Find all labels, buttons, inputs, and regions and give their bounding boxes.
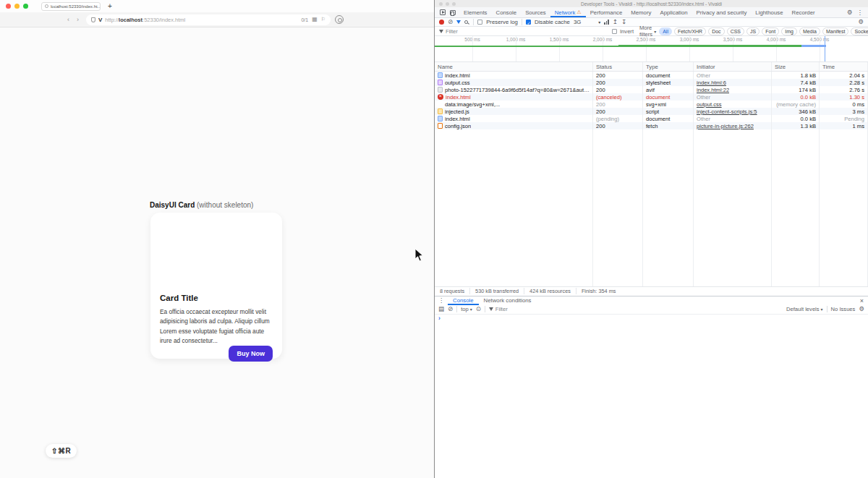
console-levels-dropdown[interactable]: Default levels▾ [786, 306, 823, 312]
new-tab-button[interactable]: + [108, 3, 112, 10]
request-name-cell[interactable]: index.html [435, 93, 593, 101]
url-text[interactable]: http://localhost:52330/index.html [105, 17, 298, 23]
filter-pill-fetchxhr[interactable]: Fetch/XHR [674, 27, 706, 35]
type-cell[interactable]: script [643, 108, 694, 115]
initiator-cell[interactable]: Other [694, 72, 772, 79]
size-cell[interactable]: 1.8 kB [772, 72, 820, 79]
export-har-icon[interactable]: ↧ [621, 19, 626, 25]
time-cell[interactable]: 2.76 s [820, 86, 868, 93]
clear-network-log-icon[interactable]: ⊘ [448, 19, 453, 25]
status-cell[interactable]: 200 [593, 79, 643, 86]
filter-pill-socket[interactable]: Socket [851, 27, 868, 35]
page-actions-icon[interactable] [335, 15, 344, 24]
zoom-window-button[interactable] [23, 4, 28, 9]
forward-button[interactable]: › [77, 16, 79, 23]
network-filter-input[interactable]: Filter [439, 28, 609, 35]
time-cell[interactable]: Pending [820, 115, 868, 122]
status-cell[interactable]: (canceled) [593, 93, 643, 101]
table-row[interactable]: index.html(pending)documentOther0.0 kBPe… [435, 115, 868, 122]
initiator-cell[interactable]: output.css [694, 101, 772, 108]
initiator-cell[interactable]: index.html:22 [694, 86, 772, 93]
network-conditions-icon[interactable] [604, 20, 609, 25]
initiator-cell[interactable]: picture-in-picture.js:262 [694, 122, 772, 129]
close-window-button[interactable] [6, 4, 11, 9]
device-toolbar-icon[interactable] [450, 10, 456, 15]
window-controls[interactable] [6, 4, 28, 9]
tab-network[interactable]: Network⚠ [550, 7, 586, 17]
filter-pill-all[interactable]: All [659, 27, 672, 35]
column-header-size[interactable]: Size [772, 62, 820, 71]
throttling-dropdown[interactable]: 3G▾ [574, 19, 600, 25]
tab-console[interactable]: Console [492, 7, 522, 17]
initiator-cell[interactable]: Other [694, 115, 772, 122]
console-sidebar-icon[interactable]: ▤ [438, 306, 444, 312]
size-cell[interactable]: 0.0 kB [772, 115, 820, 122]
size-cell[interactable]: 7.4 kB [772, 79, 820, 86]
console-output-area[interactable] [435, 322, 868, 478]
request-name-cell[interactable]: injected.js [435, 108, 593, 115]
tab-sources[interactable]: Sources [521, 7, 550, 17]
type-cell[interactable]: document [643, 93, 694, 101]
status-cell[interactable]: 200 [593, 122, 643, 129]
table-row[interactable]: output.css200stylesheetindex.html:67.4 k… [435, 79, 868, 86]
invert-filter-checkbox[interactable] [612, 29, 617, 34]
record-network-log-icon[interactable] [439, 20, 444, 25]
type-cell[interactable]: document [643, 115, 694, 122]
status-cell[interactable]: 200 [593, 72, 643, 79]
issues-counter[interactable]: No Issues [831, 306, 856, 312]
url-field[interactable]: V http://localhost:52330/index.html 0/1 … [86, 14, 331, 25]
tab-application[interactable]: Application [655, 7, 692, 17]
console-settings-icon[interactable]: ⚙ [859, 306, 864, 312]
initiator-link[interactable]: index.html:6 [697, 80, 726, 86]
disable-cache-checkbox[interactable] [526, 20, 531, 25]
request-name-cell[interactable]: photo-1522771739844-6a9f6d5f14af?q=80&w=… [435, 86, 593, 93]
devtools-menu-icon[interactable]: ⋮ [857, 9, 864, 16]
filter-pill-css[interactable]: CSS [727, 27, 744, 35]
request-name-cell[interactable]: index.html [435, 115, 593, 122]
time-cell[interactable]: 2.04 s [820, 72, 868, 79]
type-cell[interactable]: fetch [643, 122, 694, 129]
disable-cache-label[interactable]: Disable cache [535, 19, 570, 25]
tab-recorder[interactable]: Recorder [788, 7, 820, 17]
network-overview-timeline[interactable]: 500 ms1,000 ms1,500 ms2,000 ms2,500 ms3,… [435, 36, 868, 62]
status-cell[interactable]: 200 [593, 101, 643, 108]
drawer-menu-icon[interactable]: ⋮ [435, 297, 448, 304]
initiator-link[interactable]: picture-in-picture.js:262 [697, 123, 754, 129]
shield-icon[interactable] [91, 17, 95, 22]
size-cell[interactable]: 346 kB [772, 108, 820, 115]
initiator-link[interactable]: output.css [697, 101, 722, 108]
drawer-tab-network-conditions[interactable]: Network conditions [479, 296, 537, 305]
back-button[interactable]: ‹ [67, 16, 69, 23]
initiator-cell[interactable]: inject-content-scripts.js:5 [694, 108, 772, 115]
devtools-window-controls[interactable] [439, 2, 456, 6]
request-name-cell[interactable]: data:image/svg+xml,... [435, 101, 593, 108]
browser-tab[interactable]: localhost:52330/index.ht... [41, 2, 101, 11]
minimize-window-button[interactable] [14, 4, 20, 9]
table-row[interactable]: injected.js200scriptinject-content-scrip… [435, 108, 868, 115]
console-context-dropdown[interactable]: top▾ [461, 306, 472, 312]
size-cell[interactable]: 1.3 kB [772, 122, 820, 129]
search-icon[interactable] [464, 20, 468, 24]
time-cell[interactable]: 1.30 s [820, 93, 868, 101]
size-cell[interactable]: 174 kB [772, 86, 820, 93]
inspect-element-icon[interactable] [440, 9, 446, 15]
filter-icon[interactable] [456, 20, 461, 24]
tab-memory[interactable]: Memory [626, 7, 655, 17]
devtools-settings-icon[interactable]: ⚙ [847, 9, 853, 16]
filter-pill-manifest[interactable]: Manifest [822, 27, 848, 35]
time-cell[interactable]: 2.28 s [820, 79, 868, 86]
request-name-cell[interactable]: index.html [435, 72, 593, 79]
table-row[interactable]: photo-1522771739844-6a9f6d5f14af?q=80&w=… [435, 86, 868, 93]
console-prompt[interactable]: › [435, 315, 868, 322]
tab-elements[interactable]: Elements [459, 7, 492, 17]
filter-pill-font[interactable]: Font [762, 27, 779, 35]
time-cell[interactable]: 0 ms [820, 101, 868, 108]
table-row[interactable]: index.html(canceled)documentOther0.0 kB1… [435, 93, 868, 101]
initiator-link[interactable]: index.html:22 [697, 87, 729, 93]
status-cell[interactable]: 200 [593, 86, 643, 93]
size-cell[interactable]: 0.0 kB [772, 93, 820, 101]
column-header-name[interactable]: Name [435, 62, 593, 71]
request-name-cell[interactable]: output.css [435, 79, 593, 86]
invert-filter-label[interactable]: Invert [620, 28, 634, 35]
initiator-link[interactable]: inject-content-scripts.js:5 [697, 108, 757, 115]
